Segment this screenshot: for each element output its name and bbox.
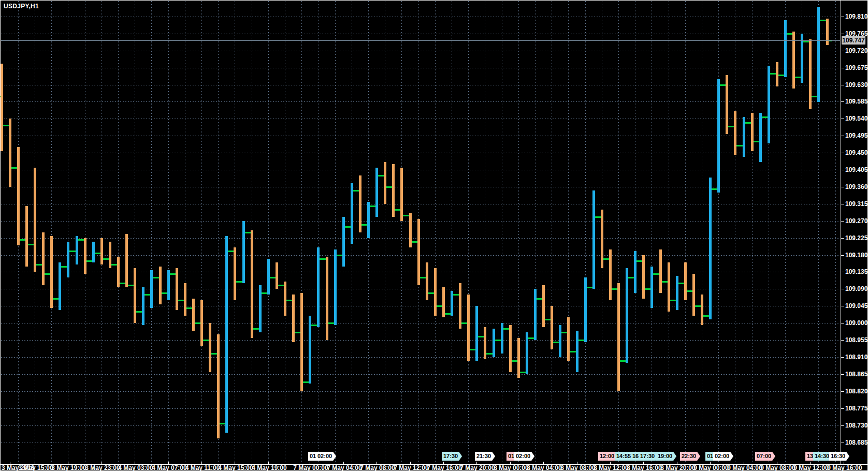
time-axis-label: 8 May 12:00 <box>593 465 629 471</box>
open-tick <box>239 281 242 283</box>
price-bar <box>125 234 128 287</box>
price-bar <box>609 249 612 300</box>
price-bar <box>817 7 820 102</box>
time-axis-label: 7 May 20:00 <box>459 465 496 471</box>
time-axis-label: 7 May 16:00 <box>426 465 462 471</box>
open-tick <box>523 372 526 373</box>
price-bar <box>743 117 745 157</box>
open-tick <box>64 266 67 268</box>
price-axis-label: 109.675 <box>845 64 867 71</box>
price-axis-label: 109.045 <box>845 302 867 310</box>
open-tick <box>172 273 176 275</box>
price-bar <box>184 283 186 316</box>
price-bar <box>534 289 537 340</box>
open-tick <box>756 141 759 142</box>
time-axis-label: 4 May 07:00 <box>151 465 187 471</box>
price-axis-label: 109.495 <box>845 132 867 139</box>
open-tick <box>740 145 743 146</box>
price-bar <box>459 283 461 329</box>
open-tick <box>31 244 34 245</box>
price-bar <box>17 147 20 245</box>
price-axis-label: 108.955 <box>845 336 867 344</box>
open-tick <box>197 322 200 324</box>
open-tick <box>248 232 251 233</box>
price-bar <box>225 236 228 433</box>
open-tick <box>356 190 359 192</box>
price-bar <box>792 32 795 89</box>
price-bar <box>234 247 236 300</box>
price-bar <box>776 62 778 86</box>
price-bar <box>684 262 687 300</box>
price-bar <box>517 338 520 378</box>
time-marker-tag[interactable]: 17:30 <box>442 452 462 461</box>
price-chart-plot-area[interactable] <box>0 0 868 471</box>
time-axis-label: 4 May 11:00 <box>184 465 221 471</box>
price-bar <box>668 262 670 312</box>
open-tick <box>47 273 50 275</box>
time-marker-tag[interactable]: 22:30 <box>680 452 700 461</box>
open-tick <box>748 122 751 124</box>
open-tick <box>156 277 159 278</box>
close-tick <box>736 145 740 146</box>
price-bar <box>751 113 754 151</box>
time-marker-tag[interactable]: 07:00 <box>755 452 775 461</box>
time-marker-tag[interactable]: 02:00 <box>713 452 733 461</box>
time-axis-label: 7 May 12:00 <box>393 465 429 471</box>
open-tick <box>314 325 317 326</box>
price-bar <box>576 331 578 372</box>
price-bar <box>159 267 162 304</box>
time-axis-label: 3 May 19:00 <box>51 465 87 471</box>
price-axis-label: 109.360 <box>845 183 867 190</box>
price-bar <box>701 295 703 325</box>
time-axis-label: 8 May 20:00 <box>660 465 696 471</box>
open-tick <box>798 77 801 78</box>
open-tick <box>431 292 434 294</box>
time-marker-tag[interactable]: 19:00 <box>656 452 676 461</box>
open-tick <box>731 126 734 127</box>
price-bar <box>34 168 36 272</box>
price-bar <box>150 270 153 308</box>
time-marker-tag[interactable]: 21:30 <box>475 452 495 461</box>
open-tick <box>764 116 768 118</box>
time-marker-tag[interactable]: 16:30 <box>829 452 849 461</box>
price-bar <box>384 162 386 204</box>
price-bar <box>484 327 486 359</box>
price-bar <box>617 283 620 391</box>
price-bar <box>551 306 553 349</box>
open-tick <box>372 205 375 207</box>
price-bar <box>709 178 712 319</box>
price-axis-label: 109.135 <box>845 268 867 275</box>
time-marker-tag[interactable]: 02:00 <box>316 452 336 461</box>
price-bar <box>509 325 512 372</box>
price-bar <box>434 268 437 316</box>
price-bar <box>493 329 495 357</box>
open-tick <box>664 281 668 283</box>
open-tick <box>489 353 493 355</box>
open-tick <box>614 288 617 290</box>
price-bar <box>134 268 136 323</box>
price-bar <box>300 293 303 391</box>
price-bar <box>592 190 595 289</box>
open-tick <box>297 332 300 333</box>
open-tick <box>556 342 559 343</box>
chart-window: USDJPY,H1 109.747 109.810109.765109.7201… <box>0 0 868 471</box>
price-bar <box>768 66 770 143</box>
open-tick <box>256 328 259 330</box>
open-tick <box>722 84 726 86</box>
time-marker-tag[interactable]: 02:00 <box>514 452 534 461</box>
close-tick <box>403 215 406 216</box>
time-axis-label: 3 May 15:00 <box>18 465 54 471</box>
price-bar <box>117 257 120 287</box>
price-bar <box>334 249 337 325</box>
open-tick <box>773 73 776 75</box>
time-marker-tag[interactable]: 17:30 <box>639 452 659 461</box>
open-tick <box>823 20 826 21</box>
open-tick <box>14 167 17 169</box>
price-axis-label: 108.865 <box>845 371 867 378</box>
open-tick <box>439 305 442 307</box>
open-tick <box>447 313 451 315</box>
open-tick <box>698 305 701 307</box>
open-tick <box>55 298 59 300</box>
open-tick <box>498 340 501 341</box>
price-bar <box>426 262 428 300</box>
